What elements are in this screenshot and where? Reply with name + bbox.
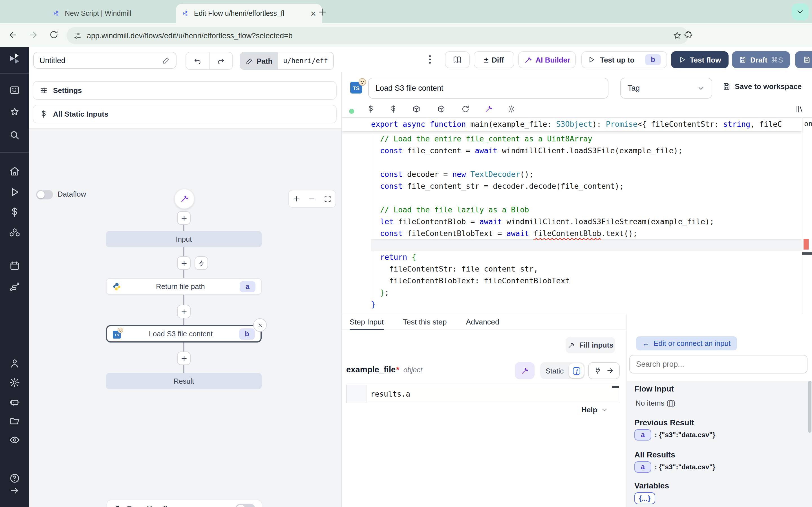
tab-advanced[interactable]: Advanced (466, 314, 499, 330)
ai-wand-icon[interactable] (485, 105, 493, 113)
dataflow-toggle[interactable] (36, 190, 53, 200)
flow-settings-button[interactable]: Settings (33, 81, 337, 100)
sidebar-help-icon[interactable] (9, 473, 20, 484)
tab-test-this-step[interactable]: Test this step (403, 314, 447, 330)
graph-ai-wand-button[interactable] (174, 189, 195, 209)
windmill-logo-icon[interactable] (8, 52, 21, 68)
help-dropdown[interactable]: Help (581, 406, 608, 414)
fit-view-icon[interactable] (324, 195, 332, 203)
flow-name-input[interactable]: Untitled (33, 52, 176, 69)
sidebar-audit-eye-icon[interactable] (9, 434, 20, 446)
back-icon[interactable] (8, 30, 18, 40)
step-node-a[interactable]: Return file path a (106, 278, 262, 295)
sidebar-search-icon[interactable] (9, 129, 20, 141)
sticky-code-line: export async function main(example_file:… (342, 118, 802, 131)
add-step-button-top[interactable] (177, 211, 191, 225)
step-node-b-selected[interactable]: TS Load S3 file content b (106, 325, 262, 342)
sidebar-schedules-calendar-icon[interactable] (9, 260, 20, 272)
flow-input-node[interactable]: Input (106, 231, 262, 247)
sidebar-resources-cubes-icon[interactable] (9, 227, 20, 238)
tab-search-button[interactable] (792, 3, 809, 20)
diff-button[interactable]: ±Diff (474, 51, 514, 68)
editor-settings-gear-icon[interactable] (507, 105, 516, 113)
browser-tab-edit-flow[interactable]: Edit Flow u/henri/effortless_fl ✕ (176, 4, 322, 23)
path-value[interactable]: u/henri/eff (278, 52, 333, 69)
remove-step-button[interactable] (253, 318, 267, 332)
edit-or-connect-pill[interactable]: ← Edit or connect an input (636, 336, 737, 350)
path-label-segment[interactable]: Path (240, 52, 278, 69)
save-to-workspace-button[interactable]: Save to workspace (722, 82, 802, 91)
draft-button[interactable]: Draft ⌘S (732, 51, 790, 68)
error-handler-toggle[interactable] (235, 503, 255, 507)
dataflow-label: Dataflow (57, 190, 86, 198)
fill-inputs-button[interactable]: Fill inputs (566, 337, 615, 353)
javascript-expr-segment[interactable]: f (569, 363, 583, 378)
sidebar-folders-icon[interactable] (9, 415, 20, 427)
field-type: object (403, 366, 422, 374)
site-settings-icon[interactable] (73, 31, 82, 40)
search-prop-input[interactable] (629, 355, 808, 374)
extensions-puzzle-icon[interactable] (684, 31, 694, 40)
zoom-in-plus-icon[interactable] (293, 195, 301, 203)
static-mode-segment[interactable]: Static (540, 367, 569, 375)
all-results-row[interactable]: a : {"s3":"data.csv"} (635, 461, 715, 473)
sidebar-flows-route-icon[interactable] (9, 281, 20, 292)
address-bar[interactable]: app.windmill.dev/flows/edit/u/henri/effo… (66, 27, 689, 44)
forward-icon[interactable] (28, 30, 38, 40)
add-step-button-3[interactable] (177, 351, 191, 365)
test-up-to-button[interactable]: Test up to b (581, 51, 667, 68)
result-a-badge[interactable]: a (635, 429, 651, 441)
undo-button[interactable] (186, 52, 209, 69)
library-panel-icon[interactable] (795, 105, 804, 114)
tab-step-input[interactable]: Step Input (350, 314, 384, 330)
redo-button[interactable] (209, 52, 232, 69)
sidebar-apps-icon[interactable] (9, 84, 20, 96)
all-static-inputs-button[interactable]: All Static Inputs (33, 105, 337, 123)
error-handler-card[interactable]: Error Handler (107, 500, 262, 507)
sidebar-variables-dollar-icon[interactable] (9, 207, 20, 218)
toolbar-more-icon[interactable] (429, 55, 431, 64)
sidebar-workers-robot-icon[interactable] (9, 397, 20, 408)
docs-book-button[interactable] (445, 51, 470, 68)
sidebar-collapse-arrow-icon[interactable] (9, 486, 19, 496)
reload-icon[interactable] (49, 30, 59, 40)
package-icon-2[interactable] (437, 105, 446, 113)
sidebar-runs-play-icon[interactable] (9, 186, 20, 198)
package-icon[interactable] (412, 105, 421, 113)
bookmark-star-icon[interactable] (673, 31, 682, 40)
test-flow-button[interactable]: Test flow (671, 51, 728, 68)
sidebar-settings-gear-icon[interactable] (9, 377, 20, 388)
add-step-button-2[interactable] (177, 305, 191, 318)
scroll-position-marker[interactable] (802, 252, 812, 255)
step-name-value: Load S3 file content (375, 84, 443, 93)
ai-builder-button[interactable]: AI Builder (518, 51, 576, 68)
scrollbar-thumb[interactable] (808, 381, 811, 433)
add-trigger-button[interactable] (195, 256, 208, 270)
previous-result-row[interactable]: a : {"s3":"data.csv"} (635, 429, 715, 441)
tab-close-icon[interactable]: ✕ (310, 9, 316, 18)
add-step-button-1[interactable] (177, 256, 191, 270)
new-tab-button[interactable] (317, 7, 327, 17)
flow-graph-canvas[interactable]: Dataflow Input (29, 129, 341, 507)
flow-result-node[interactable]: Result (106, 373, 262, 389)
step-name-input[interactable]: Load S3 file content (368, 78, 608, 99)
sidebar-favorites-star-icon[interactable] (9, 107, 20, 118)
expr-editor[interactable]: results.a (346, 385, 620, 403)
variables-badge[interactable]: {...} (635, 492, 655, 504)
tag-select[interactable]: Tag (620, 78, 712, 99)
connect-input-pill[interactable] (588, 362, 620, 379)
browser-tab-new-script[interactable]: New Script | Windmill ✕ (47, 4, 187, 23)
contextual-dollar-icon[interactable] (389, 105, 398, 113)
step-input-panel: Fill inputs example_file* object Static … (342, 330, 626, 507)
code-editor[interactable]: // Load the entire file_content as a Uin… (342, 118, 812, 314)
tab-title: Edit Flow u/henri/effortless_fl (194, 10, 306, 17)
deploy-button[interactable]: Deploy (795, 51, 812, 68)
reload-assets-icon[interactable] (461, 105, 470, 113)
sidebar-home-icon[interactable] (9, 166, 20, 177)
zoom-out-minus-icon[interactable] (308, 195, 316, 203)
variables-dollar-icon[interactable] (366, 105, 375, 113)
result-a-badge[interactable]: a (635, 461, 651, 473)
ai-fill-field-button[interactable] (515, 362, 535, 379)
sidebar-user-icon[interactable] (9, 358, 20, 369)
path-control[interactable]: Path u/henri/eff (240, 52, 334, 70)
